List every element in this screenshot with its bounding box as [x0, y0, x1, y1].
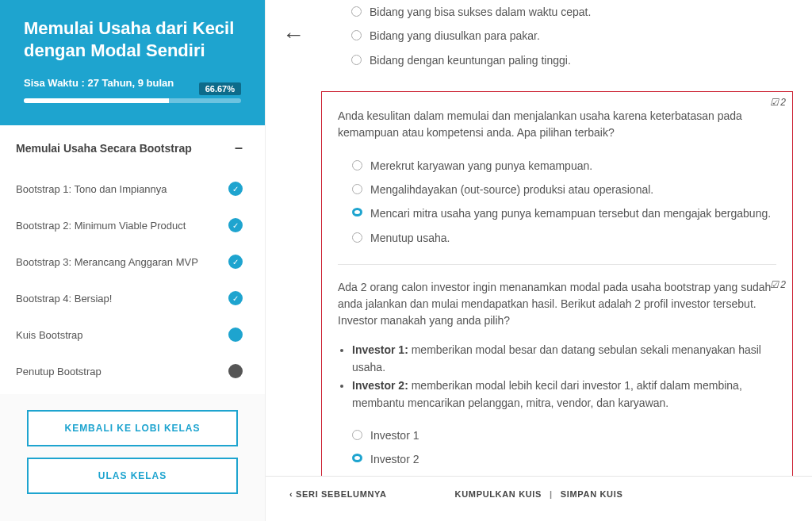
- back-arrow-icon[interactable]: ←: [282, 24, 304, 46]
- radio-icon: [352, 454, 362, 462]
- progress-fill: [24, 98, 169, 103]
- option-label: Investor 1: [370, 427, 776, 443]
- lesson-label: Bootstrap 2: Minimum Viable Product: [16, 220, 186, 232]
- collapse-icon: –: [235, 140, 243, 156]
- section-header[interactable]: Memulai Usaha Secara Bootstrap –: [0, 125, 265, 170]
- lesson-item-4[interactable]: Bootstrap 4: Bersiap! ✓: [0, 280, 265, 316]
- question-2: ☑2 Anda kesulitan dalam memulai dan menj…: [338, 100, 776, 250]
- q1-option-c[interactable]: Bidang dengan keuntungan paling tinggi.: [351, 48, 777, 72]
- back-to-lobby-button[interactable]: KEMBALI KE LOBI KELAS: [27, 410, 238, 446]
- option-label: Bidang dengan keuntungan paling tinggi.: [370, 52, 777, 68]
- sidebar: Memulai Usaha dari Kecil dengan Modal Se…: [0, 0, 266, 521]
- option-label: Merekrut karyawan yang punya kemampuan.: [370, 158, 776, 174]
- q1-option-b[interactable]: Bidang yang diusulkan para pakar.: [351, 24, 777, 48]
- question-1-tail: Bidang yang bisa sukses dalam waktu cepa…: [321, 0, 793, 91]
- radio-icon: [351, 30, 362, 40]
- sidebar-body: Memulai Usaha Secara Bootstrap – Bootstr…: [0, 125, 265, 394]
- option-label: Mengalihdayakan (out-source) produksi at…: [370, 182, 776, 197]
- check-icon: ✓: [228, 255, 243, 269]
- investor-1: Investor 1: memberikan modal besar dan d…: [352, 342, 776, 376]
- main-panel: ← Bidang yang bisa sukses dalam waktu ce…: [266, 0, 812, 521]
- main-top: ← Bidang yang bisa sukses dalam waktu ce…: [266, 0, 812, 476]
- radio-icon: [352, 430, 362, 440]
- sidebar-header: Memulai Usaha dari Kecil dengan Modal Se…: [0, 0, 265, 125]
- lesson-item-3[interactable]: Bootstrap 3: Merancang Anggaran MVP ✓: [0, 243, 265, 280]
- review-class-button[interactable]: ULAS KELAS: [27, 458, 238, 494]
- radio-icon: [352, 208, 362, 216]
- lesson-item-1[interactable]: Bootstrap 1: Tono dan Impiannya ✓: [0, 170, 265, 207]
- q2-option-1[interactable]: Merekrut karyawan yang punya kemampuan.: [352, 154, 776, 178]
- sidebar-footer: KEMBALI KE LOBI KELAS ULAS KELAS: [0, 394, 265, 521]
- q2-option-2[interactable]: Mengalihdayakan (out-source) produksi at…: [352, 178, 776, 201]
- question-prompt: Ada 2 orang calon investor ingin menanam…: [338, 279, 776, 329]
- radio-icon: [351, 6, 362, 17]
- divider-icon: |: [550, 489, 553, 499]
- section-title: Memulai Usaha Secara Bootstrap: [16, 142, 192, 155]
- lesson-label: Bootstrap 1: Tono dan Impiannya: [16, 183, 167, 195]
- investor-list: Investor 1: memberikan modal besar dan d…: [352, 342, 776, 412]
- option-label: Bidang yang bisa sukses dalam waktu cepa…: [370, 4, 777, 20]
- save-quiz-button[interactable]: SIMPAN KUIS: [561, 489, 623, 499]
- app-root: Memulai Usaha dari Kecil dengan Modal Se…: [0, 0, 812, 521]
- progress-bar: [24, 98, 241, 103]
- lesson-label: Penutup Bootstrap: [16, 366, 102, 377]
- option-label: Mencari mitra usaha yang punya kemampuan…: [370, 205, 776, 221]
- course-title: Memulai Usaha dari Kecil dengan Modal Se…: [24, 17, 241, 61]
- locked-icon: [228, 364, 243, 378]
- back-column: ←: [266, 0, 321, 46]
- highlighted-questions: ☑2 Anda kesulitan dalam memulai dan menj…: [321, 91, 793, 476]
- progress-wrap: 66.67%: [24, 98, 241, 103]
- lesson-label: Bootstrap 4: Bersiap!: [16, 293, 112, 305]
- radio-icon: [351, 55, 362, 65]
- flag-icon[interactable]: ☑2: [770, 97, 786, 108]
- q2-option-4[interactable]: Menutup usaha.: [352, 226, 776, 250]
- divider: [338, 264, 776, 265]
- lesson-item-2[interactable]: Bootstrap 2: Minimum Viable Product ✓: [0, 207, 265, 243]
- check-icon: ✓: [228, 218, 243, 232]
- question-prompt: Anda kesulitan dalam memulai dan menjala…: [338, 100, 776, 141]
- progress-badge: 66.67%: [199, 82, 241, 95]
- prev-series-button[interactable]: ‹ SERI SEBELUMNYA: [289, 489, 387, 499]
- option-label: Investor 2: [370, 451, 776, 467]
- q2-option-3[interactable]: Mencari mitra usaha yang punya kemampuan…: [352, 201, 776, 225]
- option-label: Bidang yang diusulkan para pakar.: [370, 28, 777, 44]
- lesson-label: Kuis Bootstrap: [16, 329, 83, 341]
- radio-icon: [352, 184, 362, 194]
- bottom-center: KUMPULKAN KUIS | SIMPAN KUIS: [455, 489, 623, 499]
- question-3: ☑2 Ada 2 orang calon investor ingin mena…: [338, 279, 776, 471]
- radio-icon: [352, 232, 362, 243]
- lesson-item-5[interactable]: Kuis Bootstrap: [0, 316, 265, 353]
- lesson-label: Bootstrap 3: Merancang Anggaran MVP: [16, 256, 198, 268]
- check-icon: ✓: [228, 182, 243, 196]
- q1-option-a[interactable]: Bidang yang bisa sukses dalam waktu cepa…: [351, 0, 777, 24]
- q3-option-1[interactable]: Investor 1: [352, 423, 776, 447]
- radio-icon: [352, 160, 362, 170]
- current-icon: [228, 328, 243, 342]
- content-scroll[interactable]: Bidang yang bisa sukses dalam waktu cepa…: [321, 0, 812, 476]
- collect-quiz-button[interactable]: KUMPULKAN KUIS: [455, 489, 542, 499]
- lesson-item-6[interactable]: Penutup Bootstrap: [0, 353, 265, 389]
- bottom-bar: ‹ SERI SEBELUMNYA KUMPULKAN KUIS | SIMPA…: [266, 476, 812, 511]
- investor-2: Investor 2: memberikan modal lebih kecil…: [352, 377, 776, 412]
- check-icon: ✓: [228, 291, 243, 305]
- q3-option-2[interactable]: Investor 2: [352, 447, 776, 471]
- flag-icon[interactable]: ☑2: [770, 279, 786, 290]
- option-label: Menutup usaha.: [370, 230, 776, 246]
